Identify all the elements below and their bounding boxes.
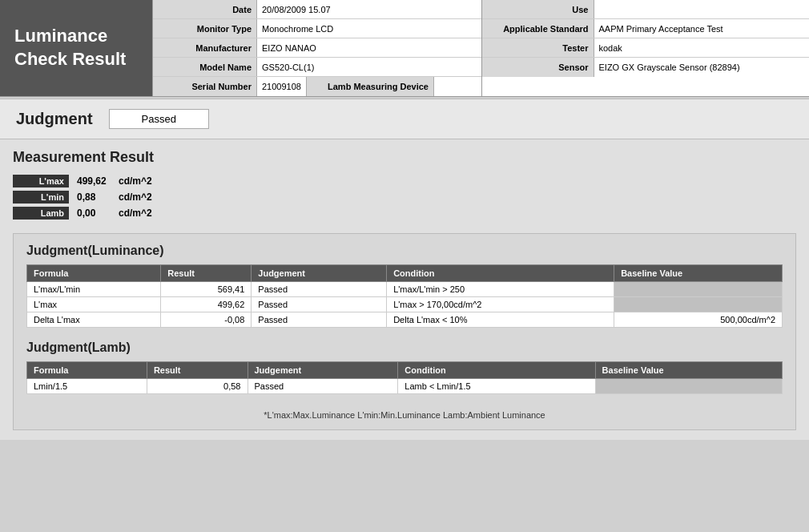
lamb-col-judgement: Judgement [248,362,398,379]
monitor-type-value: Monochrome LCD [257,19,481,38]
lamb-device-value [434,77,481,96]
judgment-section: Judgment Passed [0,99,809,139]
header-right: Use Applicable Standard AAPM Primary Acc… [481,0,810,96]
lum-row3-formula: Delta L'max [27,312,161,328]
lmin-value: 0,88 [74,190,114,204]
lamb-col-formula: Formula [27,362,147,379]
app-title: LuminanceCheck Result [0,0,152,96]
tester-value: kodak [594,38,810,57]
use-value [594,0,810,18]
lum-row1-formula: L'max/L'min [27,282,161,297]
lamb-row1-result: 0,58 [147,379,248,394]
table-row: L'max 499,62 Passed L'max > 170,00cd/m^2 [27,297,783,312]
lum-row3-result: -0,08 [161,312,252,328]
lum-row1-result: 569,41 [161,282,252,297]
tester-label: Tester [482,38,594,57]
lamb-row1-judgement: Passed [248,379,398,394]
main-content: Measurement Result L'max 499,62 cd/m^2 L… [0,139,809,440]
applicable-standard-row: Applicable Standard AAPM Primary Accepta… [482,19,810,38]
lamb-table: Formula Result Judgement Condition Basel… [26,361,783,394]
lamb-row: Lamb 0,00 cd/m^2 [13,206,796,220]
manufacturer-row: Manufacturer EIZO NANAO [153,38,481,58]
luminance-table: Formula Result Judgement Condition Basel… [26,264,783,328]
lum-col-baseline: Baseline Value [614,265,783,282]
lum-row3-judgement: Passed [252,312,387,328]
lmax-unit: cd/m^2 [119,175,152,187]
luminance-judgment-title: Judgment(Luminance) [26,244,783,258]
serial-number-row: Serial Number 21009108 Lamb Measuring De… [153,77,481,96]
lum-row2-condition: L'max > 170,00cd/m^2 [387,297,614,312]
sensor-row: Sensor EIZO GX Grayscale Sensor (82894) [482,58,810,77]
lamb-value: 0,00 [74,206,114,220]
lum-row1-baseline [614,282,783,297]
serial-number-value: 21009108 [257,77,306,96]
manufacturer-label: Manufacturer [153,38,257,57]
use-row: Use [482,0,810,19]
lamb-unit: cd/m^2 [119,208,152,219]
lamb-device-label: Lamb Measuring Device [306,77,434,96]
lum-col-judgement: Judgement [252,265,387,282]
lmin-row: L'min 0,88 cd/m^2 [13,190,796,204]
lamb-row1-condition: Lamb < Lmin/1.5 [398,379,595,394]
measurement-title: Measurement Result [13,149,796,166]
date-row: Date 20/08/2009 15.07 [153,0,481,19]
header-fields: Date 20/08/2009 15.07 Monitor Type Monoc… [152,0,809,96]
judgment-heading: Judgment [16,110,93,128]
date-value: 20/08/2009 15.07 [257,0,481,18]
date-label: Date [153,0,257,18]
judgment-value: Passed [109,109,209,129]
model-name-value: GS520-CL(1) [257,58,481,76]
lum-col-formula: Formula [27,265,161,282]
applicable-standard-value: AAPM Primary Acceptance Test [594,19,810,38]
lmax-value: 499,62 [74,174,114,188]
sensor-label: Sensor [482,58,594,77]
lamb-col-baseline: Baseline Value [595,362,782,379]
lum-row3-condition: Delta L'max < 10% [387,312,614,328]
judgment-subsection: Judgment(Luminance) Formula Result Judge… [13,233,796,430]
model-name-row: Model Name GS520-CL(1) [153,58,481,77]
tester-row: Tester kodak [482,38,810,58]
header: LuminanceCheck Result Date 20/08/2009 15… [0,0,809,97]
lum-row2-formula: L'max [27,297,161,312]
applicable-standard-label: Applicable Standard [482,19,594,38]
monitor-type-label: Monitor Type [153,19,257,38]
lamb-row1-baseline [595,379,782,394]
monitor-type-row: Monitor Type Monochrome LCD [153,19,481,38]
lamb-label: Lamb [13,207,69,220]
table-row: Lmin/1.5 0,58 Passed Lamb < Lmin/1.5 [27,379,783,394]
table-row: L'max/L'min 569,41 Passed L'max/L'min > … [27,282,783,297]
table-row: Delta L'max -0,08 Passed Delta L'max < 1… [27,312,783,328]
sensor-value: EIZO GX Grayscale Sensor (82894) [594,58,810,77]
lum-row1-judgement: Passed [252,282,387,297]
measurement-metrics: L'max 499,62 cd/m^2 L'min 0,88 cd/m^2 La… [13,174,796,220]
header-left: Date 20/08/2009 15.07 Monitor Type Monoc… [153,0,481,96]
lamb-row1-formula: Lmin/1.5 [27,379,147,394]
lamb-col-condition: Condition [398,362,595,379]
lmin-label: L'min [13,191,69,204]
lmax-row: L'max 499,62 cd/m^2 [13,174,796,188]
lum-row2-baseline [614,297,783,312]
manufacturer-value: EIZO NANAO [257,38,481,57]
lamb-judgment-title: Judgment(Lamb) [26,341,783,355]
use-label: Use [482,0,594,18]
lum-col-condition: Condition [387,265,614,282]
model-name-label: Model Name [153,58,257,76]
lmin-unit: cd/m^2 [119,191,152,203]
serial-number-label: Serial Number [153,77,257,96]
lum-row2-judgement: Passed [252,297,387,312]
lamb-col-result: Result [147,362,248,379]
lum-col-result: Result [161,265,252,282]
lum-row3-baseline: 500,00cd/m^2 [614,312,783,328]
footnote: *L'max:Max.Luminance L'min:Min.Luminance… [26,407,783,420]
lum-row2-result: 499,62 [161,297,252,312]
lmax-label: L'max [13,175,69,187]
lum-row1-condition: L'max/L'min > 250 [387,282,614,297]
